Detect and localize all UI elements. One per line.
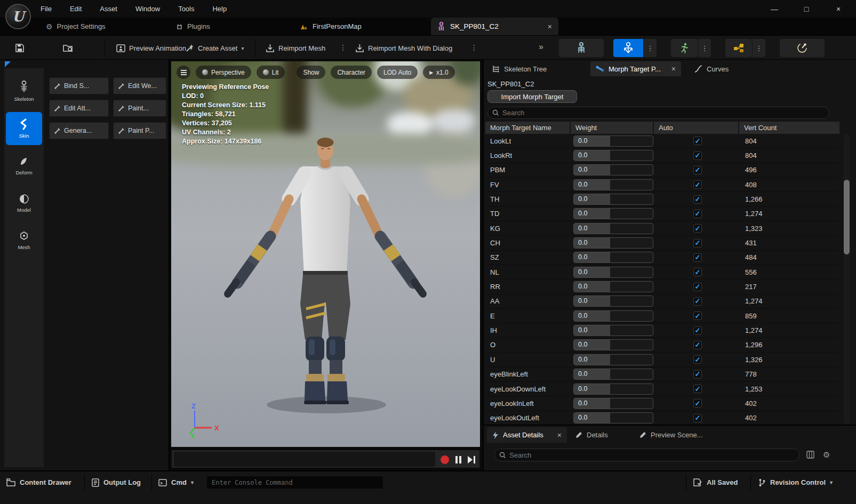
- table-row[interactable]: eyeBlinkLeft 0.0 ✓ 778: [485, 367, 839, 382]
- weight-spinbox[interactable]: 0.0: [573, 339, 653, 350]
- auto-checkbox[interactable]: ✓: [693, 355, 702, 364]
- weight-spinbox[interactable]: 0.0: [573, 412, 653, 423]
- all-saved-button[interactable]: All Saved: [693, 475, 738, 490]
- weight-spinbox[interactable]: 0.0: [573, 164, 653, 175]
- browse-to-asset-button[interactable]: [60, 39, 77, 57]
- auto-checkbox[interactable]: ✓: [693, 195, 702, 204]
- auto-checkbox[interactable]: ✓: [693, 297, 702, 306]
- record-button[interactable]: [441, 455, 449, 464]
- skeletal-mesh-asset-button-active[interactable]: [613, 39, 643, 57]
- menu-item[interactable]: File: [41, 5, 52, 13]
- column-header-vert-count[interactable]: Vert Count: [739, 122, 839, 134]
- scrollbar-thumb[interactable]: [844, 180, 850, 254]
- weight-spinbox[interactable]: 0.0: [573, 295, 653, 307]
- perspective-button[interactable]: Perspective: [196, 66, 251, 79]
- auto-checkbox[interactable]: ✓: [693, 341, 702, 349]
- reimport-dialog-options-icon[interactable]: ⋮: [470, 43, 478, 52]
- content-drawer-button[interactable]: Content Drawer: [6, 475, 71, 490]
- view-options-icon[interactable]: [806, 451, 814, 459]
- output-log-button[interactable]: Output Log: [92, 475, 141, 490]
- weight-spinbox[interactable]: 0.0: [573, 135, 653, 147]
- menu-item[interactable]: Tools: [178, 5, 194, 13]
- tab-asset-details[interactable]: Asset Details ×: [487, 427, 567, 443]
- weight-spinbox[interactable]: 0.0: [573, 354, 653, 365]
- auto-checkbox[interactable]: ✓: [693, 326, 702, 335]
- blueprint-options-icon[interactable]: ⋮: [753, 39, 765, 57]
- tab-details[interactable]: Details: [575, 427, 608, 443]
- table-row[interactable]: IH 0.0 ✓ 1,274: [485, 323, 839, 338]
- table-row[interactable]: LookRt 0.0 ✓ 804: [485, 148, 839, 163]
- auto-checkbox[interactable]: ✓: [693, 166, 702, 174]
- weight-spinbox[interactable]: 0.0: [573, 369, 653, 380]
- console-input[interactable]: [212, 479, 378, 486]
- table-row[interactable]: PBM 0.0 ✓ 496: [485, 163, 839, 178]
- lit-mode-button[interactable]: Lit: [257, 66, 285, 79]
- column-header-auto[interactable]: Auto: [654, 122, 739, 134]
- pause-button[interactable]: [455, 456, 461, 463]
- auto-checkbox[interactable]: ✓: [693, 414, 702, 422]
- close-button[interactable]: ×: [829, 2, 847, 15]
- nav-item-deform[interactable]: Deform: [6, 149, 42, 182]
- maximize-button[interactable]: □: [797, 2, 815, 15]
- reimport-mesh-button[interactable]: Reimport Mesh: [262, 39, 329, 57]
- column-header-name[interactable]: Morph Target Name: [485, 122, 571, 134]
- table-row[interactable]: FV 0.0 ✓ 408: [485, 178, 839, 192]
- weight-spinbox[interactable]: 0.0: [573, 223, 653, 234]
- auto-checkbox[interactable]: ✓: [693, 137, 702, 145]
- console-command-field[interactable]: [207, 476, 383, 489]
- morph-target-search[interactable]: [487, 107, 829, 119]
- animation-asset-button[interactable]: [671, 39, 698, 57]
- weight-spinbox[interactable]: 0.0: [573, 208, 653, 219]
- auto-checkbox[interactable]: ✓: [693, 151, 702, 160]
- auto-checkbox[interactable]: ✓: [693, 283, 702, 291]
- table-row[interactable]: SZ 0.0 ✓ 484: [485, 251, 839, 265]
- weight-spinbox[interactable]: 0.0: [573, 398, 653, 409]
- close-icon[interactable]: ×: [548, 22, 552, 31]
- step-forward-button[interactable]: [468, 456, 475, 463]
- auto-checkbox[interactable]: ✓: [693, 224, 702, 233]
- weight-spinbox[interactable]: 0.0: [573, 325, 653, 336]
- menu-item[interactable]: Help: [212, 5, 227, 13]
- minimize-button[interactable]: —: [765, 2, 783, 15]
- weight-spinbox[interactable]: 0.0: [573, 267, 653, 278]
- nav-item-skeleton[interactable]: Skeleton: [6, 75, 42, 108]
- auto-checkbox[interactable]: ✓: [693, 385, 702, 393]
- viewport-menu-button[interactable]: [177, 66, 190, 79]
- tab-plugins[interactable]: Plugins: [176, 18, 210, 35]
- table-row[interactable]: LookLt 0.0 ✓ 804: [485, 134, 839, 148]
- gear-icon[interactable]: ⚙: [823, 450, 830, 460]
- nav-item-skin[interactable]: Skin: [6, 112, 42, 145]
- nav-item-mesh[interactable]: Mesh: [6, 224, 42, 257]
- tab-curves[interactable]: Curves: [694, 61, 729, 76]
- nav-item-model[interactable]: Model: [6, 187, 42, 220]
- weight-spinbox[interactable]: 0.0: [573, 383, 653, 395]
- tab-first-person-map[interactable]: FirstPersonMap: [300, 18, 362, 35]
- import-morph-target-button[interactable]: Import Morph Target: [487, 90, 577, 103]
- table-row[interactable]: AA 0.0 ✓ 1,274: [485, 294, 839, 309]
- physics-asset-button[interactable]: [780, 39, 825, 57]
- show-button[interactable]: Show: [297, 66, 325, 79]
- playback-speed-button[interactable]: ▶ x1.0: [423, 66, 455, 79]
- table-row[interactable]: TD 0.0 ✓ 1,274: [485, 207, 839, 221]
- table-row[interactable]: KG 0.0 ✓ 1,323: [485, 221, 839, 236]
- tool-button[interactable]: Paint P...: [113, 122, 166, 139]
- weight-spinbox[interactable]: 0.0: [573, 179, 653, 190]
- cmd-button[interactable]: Cmd ▾: [158, 475, 194, 490]
- reimport-mesh-options-icon[interactable]: ⋮: [339, 43, 347, 52]
- table-row[interactable]: E 0.0 ✓ 859: [485, 309, 839, 323]
- tab-project-settings[interactable]: ⚙ Project Settings: [46, 18, 106, 35]
- tab-skeleton-tree[interactable]: Skeleton Tree: [492, 61, 547, 76]
- tool-button[interactable]: Genera...: [49, 122, 109, 139]
- auto-checkbox[interactable]: ✓: [693, 253, 702, 262]
- save-button[interactable]: [12, 39, 28, 57]
- menu-item[interactable]: Edit: [70, 5, 82, 13]
- table-scrollbar[interactable]: [844, 134, 850, 426]
- table-row[interactable]: CH 0.0 ✓ 431: [485, 236, 839, 250]
- auto-checkbox[interactable]: ✓: [693, 399, 702, 407]
- lod-auto-button[interactable]: LOD Auto: [377, 66, 418, 79]
- auto-checkbox[interactable]: ✓: [693, 180, 702, 189]
- table-row[interactable]: O 0.0 ✓ 1,296: [485, 338, 839, 353]
- weight-spinbox[interactable]: 0.0: [573, 281, 653, 292]
- tool-button[interactable]: Paint...: [113, 100, 166, 117]
- skeletal-mesh-options-icon[interactable]: ⋮: [644, 39, 657, 57]
